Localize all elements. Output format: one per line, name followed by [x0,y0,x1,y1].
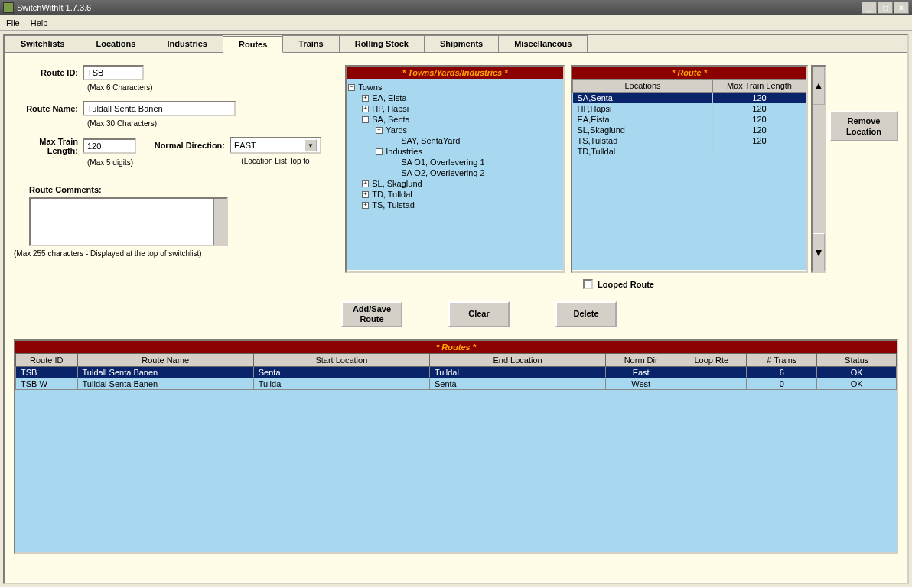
max-train-hint: (Max 5 digits) [14,158,136,167]
grid-row[interactable]: TSB WTulldal Senta BanenTulldalSentaWest… [16,378,897,390]
tab-miscellaneous[interactable]: Miscellaneous [498,35,588,52]
max-train-label: Max Train Length: [14,137,83,155]
route-id-input[interactable] [83,65,144,80]
route-id-label: Route ID: [14,68,83,77]
grid-col: Status [817,354,897,367]
max-train-input[interactable] [83,138,136,154]
plus-icon[interactable]: + [362,95,369,102]
plus-icon[interactable]: + [362,202,369,209]
tree-item[interactable]: −SA, Senta [348,114,562,125]
route-row[interactable]: TD,Tulldal [573,146,806,157]
comments-hint: (Max 255 characters - Displayed at the t… [14,249,339,258]
looped-route-checkbox[interactable] [583,279,593,289]
tree-item[interactable]: +EA, Eista [348,93,562,103]
clear-button[interactable]: Clear [448,301,510,327]
tree-header: * Towns/Yards/Industries * [347,67,563,79]
tab-switchlists[interactable]: Switchlists [5,35,80,52]
window-title: SwitchWithIt 1.7.3.6 [17,3,91,12]
comments-label: Route Comments: [14,185,339,194]
grid-col: Start Location [253,354,429,367]
tree-item[interactable]: SAY, SentaYard [348,135,562,146]
minus-icon[interactable]: − [376,127,383,134]
route-row[interactable]: EA,Eista120 [573,114,806,125]
tree-item[interactable]: SA O1, Overlevering 1 [348,157,562,167]
minus-icon[interactable]: − [362,116,369,123]
grid-col: Route Name [77,354,253,367]
tab-routes[interactable]: Routes [223,36,283,53]
comments-textarea[interactable] [29,197,228,246]
remove-location-button[interactable]: Remove Location [829,111,898,141]
app-icon [3,2,14,13]
route-name-input[interactable] [83,101,236,116]
routes-grid-panel: * Routes * Route IDRoute NameStart Locat… [14,339,898,554]
grid-row[interactable]: TSBTuldall Senta BanenSentaTulldalEast6O… [16,367,897,378]
tab-bar: SwitchlistsLocationsIndustriesRoutesTrai… [5,35,907,53]
normal-dir-dropdown[interactable]: EAST ▼ [230,137,321,154]
minimize-button[interactable]: _ [862,2,877,14]
normal-dir-hint: (Location List Top to [145,157,321,165]
tree-item[interactable]: +HP, Hapsi [348,103,562,114]
add-save-route-button[interactable]: Add/Save Route [341,301,402,327]
scroll-up-icon[interactable]: ▲ [813,67,825,105]
tab-trains[interactable]: Trains [282,35,339,52]
plus-icon[interactable]: + [362,180,369,187]
tree-item[interactable]: +TD, Tulldal [348,189,562,200]
route-col-locations: Locations [573,80,713,93]
scroll-down-icon[interactable]: ▼ [813,233,825,271]
menubar: File Help [0,15,912,31]
minus-icon[interactable]: − [348,84,355,91]
route-row[interactable]: TS,Tulstad120 [573,135,806,146]
route-header: * Route * [572,67,806,79]
towns-tree-panel: * Towns/Yards/Industries * −Towns+EA, Ei… [345,65,565,273]
menu-file[interactable]: File [6,18,20,28]
grid-col: # Trains [747,354,817,367]
route-id-hint: (Max 6 Characters) [14,83,339,92]
route-name-hint: (Max 30 Characters) [14,119,339,128]
maximize-button[interactable]: □ [878,2,893,14]
normal-dir-label: Normal Direction: [145,141,230,150]
grid-col: Loop Rte [676,354,747,367]
routes-grid-table[interactable]: Route IDRoute NameStart LocationEnd Loca… [15,353,897,390]
tree-item[interactable]: SA O2, Overlevering 2 [348,167,562,178]
tree-content[interactable]: −Towns+EA, Eista+HP, Hapsi−SA, Senta−Yar… [347,79,563,270]
tab-industries[interactable]: Industries [151,35,223,52]
menu-help[interactable]: Help [31,18,48,28]
grid-col: Route ID [16,354,78,367]
route-row[interactable]: SA,Senta120 [573,93,806,104]
plus-icon[interactable]: + [362,106,369,112]
tab-locations[interactable]: Locations [80,35,151,52]
route-row[interactable]: SL,Skaglund120 [573,125,806,135]
titlebar: SwitchWithIt 1.7.3.6 _ □ × [0,0,912,15]
route-name-label: Route Name: [14,104,83,113]
tab-shipments[interactable]: Shipments [424,35,499,52]
route-scrollbar[interactable]: ▲ ▼ [811,65,826,273]
grid-col: End Location [429,354,605,367]
route-panel: * Route * Locations Max Train Length SA,… [571,65,808,273]
tree-item[interactable]: +TS, Tulstad [348,200,562,210]
tree-item[interactable]: −Yards [348,125,562,135]
close-button[interactable]: × [894,2,909,14]
routes-grid-header: * Routes * [15,341,897,353]
tree-item[interactable]: −Industries [348,146,562,157]
tree-item[interactable]: +SL, Skaglund [348,178,562,189]
route-col-maxlen: Max Train Length [713,80,806,93]
grid-col: Norm Dir [606,354,676,367]
chevron-down-icon: ▼ [305,139,317,151]
delete-button[interactable]: Delete [555,301,617,327]
tree-root[interactable]: Towns [358,83,382,92]
looped-route-label: Looped Route [598,280,654,289]
plus-icon[interactable]: + [362,191,369,198]
tab-rolling-stock[interactable]: Rolling Stock [339,35,425,52]
route-row[interactable]: HP,Hapsi120 [573,103,806,114]
route-table[interactable]: Locations Max Train Length SA,Senta120HP… [572,79,806,157]
minus-icon[interactable]: − [376,148,383,155]
